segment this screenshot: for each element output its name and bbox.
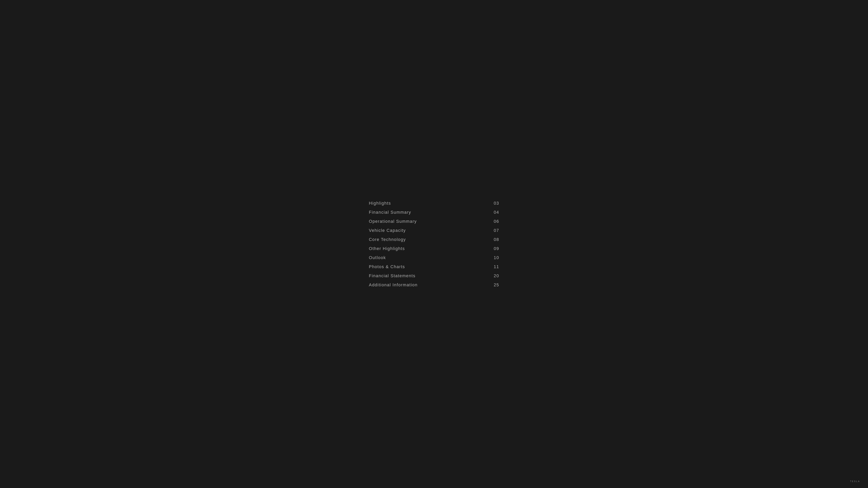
toc-page-number: 10 <box>494 255 499 260</box>
toc-page-number: 09 <box>494 246 499 251</box>
toc-row[interactable]: Financial Statements20 <box>369 271 499 281</box>
toc-label: Operational Summary <box>369 219 417 224</box>
toc-label: Photos & Charts <box>369 264 405 269</box>
toc-row[interactable]: Vehicle Capacity07 <box>369 226 499 235</box>
table-of-contents: Highlights03Financial Summary04Operation… <box>365 191 503 297</box>
toc-label: Vehicle Capacity <box>369 228 406 233</box>
toc-row[interactable]: Additional Information25 <box>369 281 499 290</box>
tesla-logo: TESLA <box>850 480 860 483</box>
toc-label: Financial Summary <box>369 210 411 215</box>
toc-row[interactable]: Core Technology08 <box>369 235 499 244</box>
toc-page-number: 04 <box>494 210 499 215</box>
toc-row[interactable]: Highlights03 <box>369 199 499 208</box>
toc-page-number: 20 <box>494 273 499 279</box>
toc-page-number: 07 <box>494 228 499 233</box>
toc-page-number: 06 <box>494 219 499 224</box>
toc-page-number: 11 <box>494 264 499 269</box>
toc-page-number: 25 <box>494 282 499 288</box>
toc-label: Highlights <box>369 201 391 206</box>
toc-label: Additional Information <box>369 282 418 288</box>
toc-row[interactable]: Operational Summary06 <box>369 217 499 226</box>
toc-page-number: 03 <box>494 201 499 206</box>
toc-row[interactable]: Other Highlights09 <box>369 244 499 253</box>
toc-label: Other Highlights <box>369 246 405 251</box>
toc-label: Outlook <box>369 255 386 260</box>
toc-label: Core Technology <box>369 237 406 242</box>
toc-page-number: 08 <box>494 237 499 242</box>
toc-row[interactable]: Photos & Charts11 <box>369 262 499 271</box>
toc-row[interactable]: Outlook10 <box>369 253 499 262</box>
toc-label: Financial Statements <box>369 273 415 279</box>
toc-row[interactable]: Financial Summary04 <box>369 208 499 217</box>
